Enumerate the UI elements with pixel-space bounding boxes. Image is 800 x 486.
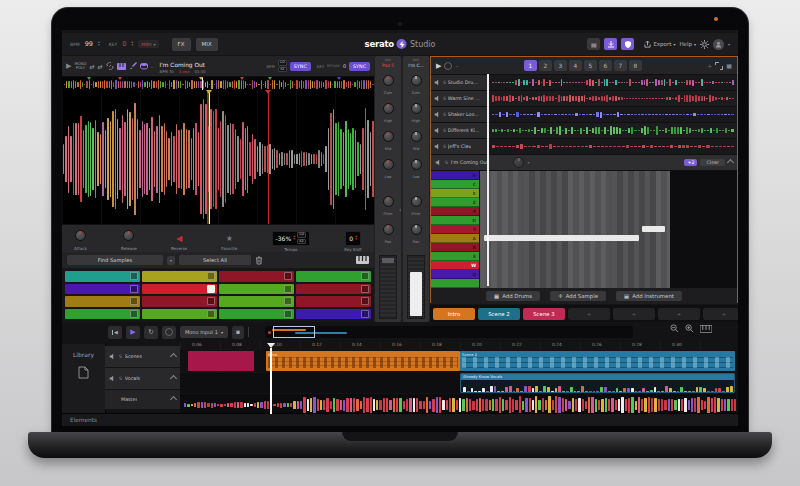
settings-gear-icon[interactable] bbox=[700, 40, 709, 49]
knob-filter[interactable]: Filter bbox=[383, 192, 394, 216]
knob-low[interactable]: Low bbox=[383, 155, 394, 179]
loop-button[interactable]: ↻ bbox=[144, 326, 158, 339]
scene-track-waveform[interactable] bbox=[492, 75, 734, 90]
pad-key-row[interactable]: F bbox=[431, 207, 479, 216]
sample-pad[interactable] bbox=[65, 271, 140, 282]
overview-selection[interactable] bbox=[273, 326, 315, 338]
mute-icon[interactable] bbox=[434, 143, 441, 150]
track-header-scenes[interactable]: SScenes bbox=[105, 346, 180, 368]
pad-key-row[interactable]: V bbox=[431, 171, 479, 180]
fx-button[interactable]: FX bbox=[172, 38, 191, 51]
sample-pad[interactable] bbox=[65, 296, 140, 307]
solo-button[interactable]: S bbox=[443, 80, 446, 85]
scene-track-waveform[interactable] bbox=[492, 123, 734, 138]
knob-pan[interactable]: Pan bbox=[383, 220, 394, 244]
step-button-2[interactable]: 2 bbox=[539, 60, 552, 71]
step-button-4[interactable]: 4 bbox=[569, 60, 582, 71]
collapse-chevron-icon[interactable] bbox=[170, 375, 177, 382]
scene-track-row[interactable]: SJeff's Clav bbox=[431, 139, 737, 155]
scene-track-waveform[interactable] bbox=[492, 139, 734, 154]
scene-tab-empty[interactable]: + bbox=[703, 308, 738, 320]
loop-half-icon[interactable]: ⇄ bbox=[98, 63, 103, 70]
mute-icon[interactable] bbox=[434, 95, 441, 102]
elements-bar[interactable]: Elements bbox=[62, 413, 738, 426]
knob-pan[interactable]: Pan bbox=[411, 220, 422, 244]
bpm-sync-button[interactable]: SYNC bbox=[290, 62, 311, 71]
track-header-master[interactable]: Master bbox=[105, 390, 180, 410]
knob-gain[interactable]: Gain bbox=[411, 71, 422, 95]
pad-key-row[interactable] bbox=[431, 279, 479, 288]
pad-key-row[interactable]: A bbox=[431, 234, 479, 243]
shield-icon[interactable] bbox=[621, 38, 634, 50]
collapse-chevron-icon[interactable] bbox=[727, 159, 734, 166]
sample-pad[interactable] bbox=[65, 309, 140, 320]
mute-icon[interactable] bbox=[435, 159, 442, 166]
sample-pad[interactable] bbox=[142, 296, 217, 307]
scene-tab[interactable]: Scene 2 bbox=[478, 308, 520, 320]
scene-tab-empty[interactable]: + bbox=[658, 308, 700, 320]
knob-low[interactable]: Low bbox=[411, 155, 422, 179]
key-value[interactable]: 0 bbox=[122, 40, 126, 48]
pad-key-row[interactable]: W bbox=[431, 261, 479, 270]
track-knob[interactable] bbox=[513, 157, 524, 168]
find-samples-caret[interactable]: ▾ bbox=[167, 256, 175, 265]
favorite-button[interactable]: ★Favorite bbox=[221, 226, 237, 251]
pad-key-row[interactable]: E bbox=[431, 252, 479, 261]
knob-mid[interactable]: Mid bbox=[411, 127, 422, 151]
bpm-value[interactable]: 99 bbox=[85, 40, 93, 48]
deck-overview-waveform[interactable] bbox=[62, 77, 374, 90]
release-knob[interactable]: Release bbox=[121, 226, 137, 251]
key-stepper[interactable]: ▴▾ bbox=[131, 41, 133, 47]
zoom-in-icon[interactable] bbox=[685, 324, 694, 333]
brush-icon[interactable] bbox=[129, 62, 137, 70]
piano-icon[interactable] bbox=[117, 63, 126, 70]
pad-key-row[interactable]: X bbox=[431, 189, 479, 198]
scene-track-row[interactable]: SStudio Dru... bbox=[431, 75, 737, 91]
channel-fader[interactable] bbox=[379, 255, 397, 319]
skip-back-button[interactable]: ◀ bbox=[108, 326, 122, 339]
pad-key-row[interactable]: C bbox=[431, 180, 479, 189]
add-instrument-button[interactable]: ▤Add Instrument bbox=[616, 291, 682, 301]
intro-clip[interactable]: Intro bbox=[266, 351, 460, 371]
sample-pad[interactable] bbox=[296, 284, 371, 295]
attack-knob[interactable]: Attack bbox=[74, 226, 87, 251]
scene-track-waveform[interactable] bbox=[492, 107, 734, 122]
tempo-control[interactable]: -36%▴▾1/2X2 Tempo bbox=[272, 226, 310, 252]
track-caret[interactable]: ▾ bbox=[527, 160, 529, 165]
timeline-tracks[interactable]: 0:060:080:100:120:140:160:180:200:220:24… bbox=[180, 342, 736, 414]
pad-key-row[interactable]: R bbox=[431, 243, 479, 252]
deck-play-icon[interactable]: ▶ bbox=[66, 62, 71, 70]
record-button[interactable] bbox=[162, 326, 176, 339]
key-sync-button[interactable]: SYNC bbox=[349, 62, 370, 71]
step-button-5[interactable]: 5 bbox=[584, 60, 597, 71]
bar-plus-button[interactable]: + bbox=[707, 62, 712, 69]
channel-fader[interactable] bbox=[407, 255, 425, 319]
collapse-chevron-icon[interactable] bbox=[170, 396, 177, 403]
pad-key-row[interactable]: Z bbox=[431, 198, 479, 207]
scene-track-row[interactable]: SWarm Sine ... bbox=[431, 91, 737, 107]
play-button[interactable]: ▶ bbox=[126, 326, 140, 339]
deck-main-waveform[interactable] bbox=[62, 90, 374, 224]
piano-view-icon[interactable] bbox=[700, 325, 712, 333]
trash-icon[interactable] bbox=[255, 256, 263, 265]
timeline-ruler[interactable]: 0:060:080:100:120:140:160:180:200:220:24… bbox=[180, 342, 736, 350]
collapse-chevron-icon[interactable] bbox=[170, 353, 177, 360]
user-avatar[interactable] bbox=[713, 39, 724, 50]
midi-note[interactable] bbox=[642, 226, 665, 232]
scene-tab[interactable]: Intro bbox=[433, 308, 475, 320]
zoom-out-icon[interactable] bbox=[670, 324, 679, 333]
roll-grid[interactable] bbox=[480, 171, 737, 288]
reverse-button[interactable]: ◀Reverse bbox=[171, 226, 187, 251]
mute-icon[interactable] bbox=[109, 375, 116, 382]
mixer-collapse-icon[interactable]: ‹ bbox=[399, 206, 401, 213]
add-sample-button[interactable]: ✛Add Sample bbox=[550, 291, 606, 301]
scene-clip[interactable] bbox=[188, 351, 254, 371]
scene-tab-empty[interactable]: + bbox=[613, 308, 655, 320]
transpose-badge[interactable]: +2 bbox=[684, 159, 697, 166]
timeline-playhead[interactable] bbox=[270, 348, 272, 414]
sample-pad[interactable] bbox=[219, 271, 294, 282]
sample-pad[interactable] bbox=[296, 309, 371, 320]
link-icon[interactable] bbox=[106, 62, 114, 70]
step-button-8[interactable]: 8 bbox=[629, 60, 642, 71]
mute-icon[interactable] bbox=[434, 127, 441, 134]
